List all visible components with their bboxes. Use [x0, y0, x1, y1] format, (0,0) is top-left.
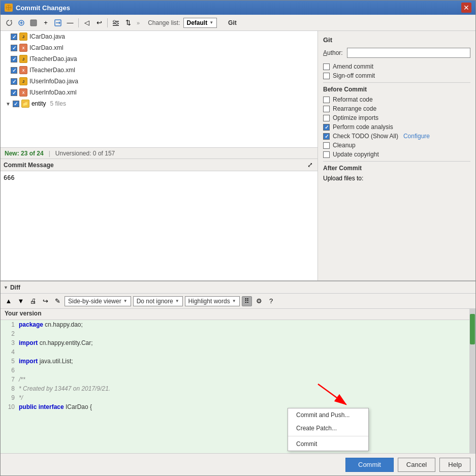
update-copyright-label: Update copyright	[333, 151, 379, 158]
list-item[interactable]: J ITeacherDao.java	[1, 53, 318, 65]
diff-toolbar: ▲ ▼ 🖨 ↪ ✎ Side-by-side viewer ▼ Do not i…	[1, 294, 475, 309]
rearrange-code-checkbox[interactable]	[323, 106, 330, 112]
java-file-icon: J	[19, 77, 27, 85]
ignore-combo[interactable]: Do not ignore ▼	[133, 296, 183, 306]
diff-version-header: Your version	[1, 309, 469, 320]
close-button[interactable]: ✕	[461, 3, 471, 13]
diff-settings-btn[interactable]: ⚙	[254, 296, 264, 306]
changelist-value: Default	[187, 19, 208, 26]
commit-icon	[5, 4, 13, 12]
cancel-button[interactable]: Cancel	[398, 458, 435, 472]
update-copyright-checkbox[interactable]	[323, 151, 330, 158]
diff-down-btn[interactable]: ▼	[16, 296, 26, 306]
settings-button[interactable]	[110, 17, 121, 28]
line-num: 3	[3, 338, 15, 347]
diff-goto-btn[interactable]: ↪	[40, 296, 50, 306]
move-button[interactable]	[52, 17, 64, 28]
diff-title: Diff	[10, 284, 20, 291]
main-area: J ICarDao.java X ICarDao.xml J ITeacherD…	[1, 31, 475, 280]
diff-line: 9 */	[1, 393, 469, 402]
file-checkbox[interactable]	[11, 78, 17, 85]
git-section-title: Git	[323, 36, 470, 44]
line-num: 9	[3, 393, 15, 402]
diff-line: 3 import cn.happy.entity.Car;	[1, 338, 469, 347]
context-menu-item-commit-push[interactable]: Commit and Push...	[288, 408, 368, 422]
author-input[interactable]	[347, 48, 470, 58]
file-checkbox[interactable]	[11, 67, 17, 74]
diff-line: 6	[1, 366, 469, 375]
list-item[interactable]: X ITeacherDao.xml	[1, 65, 318, 76]
line-code	[19, 347, 20, 357]
cleanup-checkbox[interactable]	[323, 142, 330, 149]
back-button[interactable]: ◁	[81, 17, 92, 28]
update-button[interactable]	[16, 17, 27, 28]
toggle-button[interactable]	[28, 17, 39, 28]
main-toolbar: + — ◁ ↩ ⇅ » Change list: Default ▼ Git	[1, 15, 475, 31]
context-menu-item-commit[interactable]: Commit	[288, 437, 368, 451]
line-num: 7	[3, 375, 15, 384]
file-checkbox[interactable]	[11, 34, 17, 40]
help-button[interactable]: Help	[439, 458, 470, 472]
amend-commit-checkbox[interactable]	[323, 64, 330, 70]
diff-help-btn[interactable]: ?	[266, 296, 276, 306]
context-menu-item-create-patch[interactable]: Create Patch...	[288, 422, 368, 435]
update-copyright-row: Update copyright	[323, 151, 470, 158]
reformat-code-checkbox[interactable]	[323, 97, 330, 103]
line-num: 1	[3, 320, 15, 329]
folder-item[interactable]: ▼ 📁 entity 5 files	[1, 98, 318, 109]
diff-up-btn[interactable]: ▲	[4, 296, 14, 306]
check-todo-checkbox[interactable]	[323, 133, 330, 140]
diff-line: 4	[1, 347, 469, 357]
sort-button[interactable]: ⇅	[122, 17, 134, 28]
xml-file-icon: X	[19, 66, 27, 74]
diff-section: ▼ Diff ▲ ▼ 🖨 ↪ ✎ Side-by-side viewer ▼ D…	[1, 280, 475, 453]
diff-line: 10 public interface ICarDao {	[1, 402, 469, 411]
commit-msg-expand[interactable]: ⤢	[305, 161, 314, 170]
sep2	[107, 18, 108, 27]
remove-button[interactable]: —	[65, 17, 76, 28]
line-num: 6	[3, 366, 15, 375]
diff-more-btn[interactable]: ⠿	[242, 296, 252, 306]
list-item[interactable]: J IUserInfoDao.java	[1, 76, 318, 87]
diff-line: 1 package cn.happy.dao;	[1, 320, 469, 329]
file-checkbox[interactable]	[11, 89, 17, 96]
unversioned-status: Unversioned: 0 of 157	[55, 150, 115, 157]
upload-row: Upload files to:	[323, 175, 470, 182]
changelist-combo[interactable]: Default ▼	[183, 18, 217, 28]
viewer-combo[interactable]: Side-by-side viewer ▼	[65, 296, 131, 306]
diff-line: 5 import java.util.List;	[1, 357, 469, 366]
sign-off-checkbox[interactable]	[323, 73, 330, 79]
undo-button[interactable]: ↩	[93, 17, 105, 28]
ignore-combo-label: Do not ignore	[137, 298, 173, 305]
diff-scrollbar[interactable]	[469, 309, 475, 453]
diff-edit-btn[interactable]: ✎	[52, 296, 62, 306]
status-separator: |	[49, 150, 50, 157]
refresh-button[interactable]	[4, 17, 15, 28]
diff-line: 2	[1, 329, 469, 338]
bottom-bar: Commit Cancel Help	[1, 453, 475, 475]
diff-collapse-icon[interactable]: ▼	[4, 285, 8, 290]
svg-marker-10	[59, 21, 60, 24]
commit-button[interactable]: Commit	[345, 458, 394, 472]
list-item[interactable]: X IUserInfoDao.xml	[1, 87, 318, 98]
svg-point-14	[113, 20, 115, 22]
folder-name: entity	[31, 100, 46, 107]
diff-print-btn[interactable]: 🖨	[28, 296, 38, 306]
commit-message-input[interactable]: 666	[1, 171, 318, 280]
list-item[interactable]: X ICarDao.xml	[1, 42, 318, 53]
title-bar-left: Commit Changes	[5, 4, 70, 12]
amend-commit-label: Amend commit	[333, 63, 373, 70]
perform-analysis-checkbox[interactable]	[323, 124, 330, 131]
status-bar: New: 23 of 24 | Unversioned: 0 of 157	[1, 148, 318, 159]
add-button[interactable]: +	[40, 17, 51, 28]
list-item[interactable]: J ICarDao.java	[1, 31, 318, 42]
folder-checkbox[interactable]	[13, 101, 19, 107]
more-indicator: »	[137, 20, 140, 26]
git-section: Git Author: Amend commit Sign-off commit…	[323, 36, 470, 182]
viewer-combo-arrow: ▼	[123, 299, 128, 303]
file-checkbox[interactable]	[11, 45, 17, 51]
highlight-combo[interactable]: Highlight words ▼	[185, 296, 240, 306]
configure-link[interactable]: Configure	[403, 133, 430, 140]
file-checkbox[interactable]	[11, 56, 17, 62]
optimize-imports-checkbox[interactable]	[323, 115, 330, 121]
